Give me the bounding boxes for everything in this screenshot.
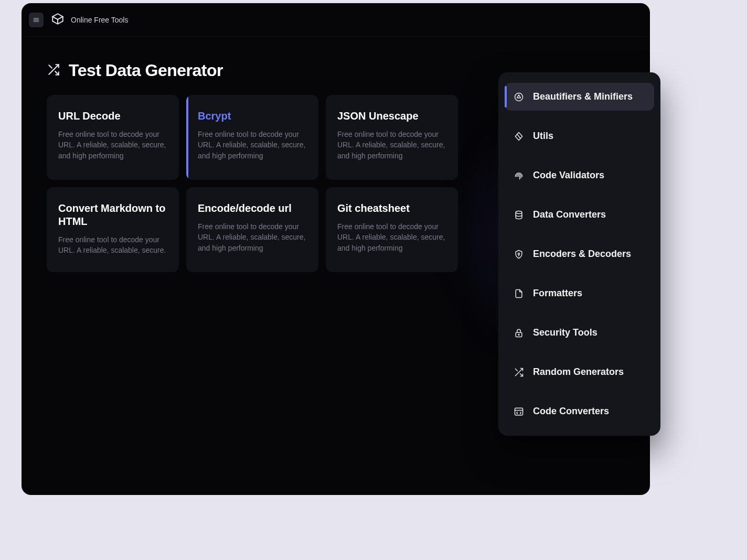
tool-card[interactable]: URL DecodeFree online tool to decode you… bbox=[47, 95, 179, 180]
menu-button[interactable] bbox=[29, 13, 44, 27]
category-label: Code Validators bbox=[533, 170, 604, 181]
category-label: Code Converters bbox=[533, 406, 609, 417]
lock-icon bbox=[513, 328, 525, 338]
svg-point-7 bbox=[518, 334, 519, 335]
page-title: Test Data Generator bbox=[69, 61, 223, 80]
category-label: Beautifiers & Minifiers bbox=[533, 91, 633, 102]
card-title: URL Decode bbox=[58, 110, 167, 123]
category-item[interactable]: Utils bbox=[505, 122, 654, 150]
triangle-alert-icon bbox=[513, 92, 525, 102]
header: Online Free Tools bbox=[22, 3, 650, 37]
category-label: Formatters bbox=[533, 288, 582, 299]
card-title: Convert Markdown to HTML bbox=[58, 202, 167, 228]
category-item[interactable]: Code Validators bbox=[505, 161, 654, 189]
svg-point-3 bbox=[515, 93, 523, 101]
category-item[interactable]: Data Converters bbox=[505, 201, 654, 229]
category-label: Utils bbox=[533, 131, 553, 142]
category-label: Encoders & Decoders bbox=[533, 249, 631, 260]
shuffle-icon bbox=[47, 63, 60, 79]
svg-point-4 bbox=[516, 211, 522, 213]
shield-key-icon bbox=[513, 249, 525, 260]
svg-rect-8 bbox=[515, 408, 523, 415]
card-title: Bcrypt bbox=[198, 110, 307, 123]
diamond-icon bbox=[513, 131, 525, 142]
tool-card[interactable]: BcryptFree online tool to decode your UR… bbox=[186, 95, 318, 180]
card-title: Encode/decode url bbox=[198, 202, 307, 215]
fingerprint-icon bbox=[513, 170, 525, 181]
category-item[interactable]: Security Tools bbox=[505, 319, 654, 347]
tool-card[interactable]: Convert Markdown to HTMLFree online tool… bbox=[47, 187, 179, 272]
card-title: Git cheatsheet bbox=[337, 202, 446, 215]
category-panel: Beautifiers & MinifiersUtilsCode Validat… bbox=[498, 72, 660, 436]
card-description: Free online tool to decode your URL. A r… bbox=[198, 221, 307, 253]
category-label: Data Converters bbox=[533, 209, 606, 220]
card-description: Free online tool to decode your URL. A r… bbox=[337, 129, 446, 161]
card-title: JSON Unescape bbox=[337, 110, 446, 123]
logo-icon bbox=[51, 12, 65, 28]
tool-card[interactable]: Git cheatsheetFree online tool to decode… bbox=[326, 187, 458, 272]
card-description: Free online tool to decode your URL. A r… bbox=[198, 129, 307, 161]
header-title: Online Free Tools bbox=[71, 16, 128, 24]
category-item[interactable]: Formatters bbox=[505, 279, 654, 307]
tool-card[interactable]: Encode/decode urlFree online tool to dec… bbox=[186, 187, 318, 272]
menu-icon bbox=[33, 16, 40, 24]
file-icon bbox=[513, 288, 525, 299]
category-item[interactable]: Beautifiers & Minifiers bbox=[505, 83, 654, 111]
code-window-icon bbox=[513, 406, 525, 417]
svg-rect-6 bbox=[516, 332, 522, 337]
shuffle-icon bbox=[513, 367, 525, 378]
database-icon bbox=[513, 210, 525, 220]
category-label: Security Tools bbox=[533, 327, 597, 338]
tool-card[interactable]: JSON UnescapeFree online tool to decode … bbox=[326, 95, 458, 180]
category-item[interactable]: Code Converters bbox=[505, 397, 654, 425]
card-description: Free online tool to decode your URL. A r… bbox=[58, 234, 167, 256]
category-item[interactable]: Encoders & Decoders bbox=[505, 240, 654, 268]
category-label: Random Generators bbox=[533, 367, 624, 378]
card-description: Free online tool to decode your URL. A r… bbox=[58, 129, 167, 161]
category-item[interactable]: Random Generators bbox=[505, 358, 654, 386]
card-description: Free online tool to decode your URL. A r… bbox=[337, 221, 446, 253]
